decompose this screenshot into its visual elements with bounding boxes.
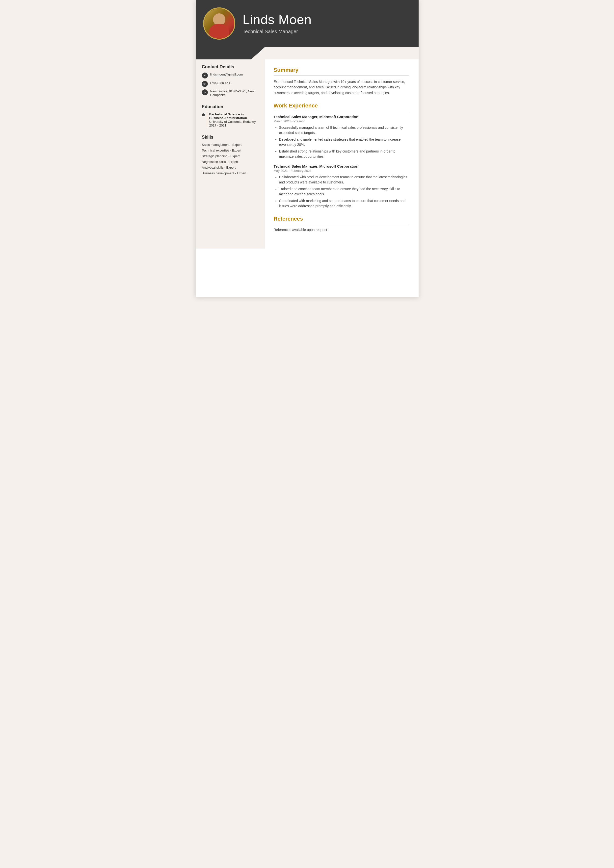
contact-email-item: ✉ lindsmoen@gmail.com bbox=[202, 73, 259, 79]
skill-item-5: Analytical skills - Expert bbox=[202, 166, 259, 169]
avatar-image bbox=[204, 8, 234, 39]
skill-item-1: Sales management - Expert bbox=[202, 143, 259, 147]
resume-container: Linds Moen Technical Sales Manager Conta… bbox=[196, 0, 418, 297]
resume-header: Linds Moen Technical Sales Manager bbox=[196, 0, 418, 47]
header-text: Linds Moen Technical Sales Manager bbox=[243, 12, 312, 34]
candidate-title: Technical Sales Manager bbox=[243, 29, 312, 34]
job-2-bullet-2: Trained and coached team members to ensu… bbox=[279, 186, 409, 197]
job-1: Technical Sales Manager, Microsoft Corpo… bbox=[274, 115, 409, 159]
skill-item-2: Technical expertise - Expert bbox=[202, 149, 259, 152]
skill-item-3: Strategic planning - Expert bbox=[202, 154, 259, 158]
work-experience-section: Work Experience Technical Sales Manager,… bbox=[274, 102, 409, 209]
edu-degree: Bachelor of Science in Business Administ… bbox=[209, 112, 259, 120]
summary-text: Experienced Technical Sales Manager with… bbox=[274, 79, 409, 96]
job-2-bullet-1: Collaborated with product development te… bbox=[279, 175, 409, 185]
job-1-bullet-3: Established strong relationships with ke… bbox=[279, 149, 409, 159]
location-icon: ⊙ bbox=[202, 89, 208, 95]
edu-years: 2017 - 2021 bbox=[209, 124, 259, 127]
address-text: New Linnea, 81365-3525, New Hampshire bbox=[210, 89, 259, 97]
job-2-title: Technical Sales Manager, Microsoft Corpo… bbox=[274, 164, 409, 168]
skills-section: Skills Sales management - Expert Technic… bbox=[202, 135, 259, 175]
job-2-date: May 2021 - February 2023 bbox=[274, 169, 409, 172]
education-section-title: Education bbox=[202, 104, 259, 109]
edu-bullet-icon bbox=[202, 113, 205, 116]
references-title: References bbox=[274, 215, 409, 224]
work-experience-title: Work Experience bbox=[274, 102, 409, 111]
skill-item-4: Negotiation skills - Expert bbox=[202, 160, 259, 164]
job-2-bullets: Collaborated with product development te… bbox=[274, 175, 409, 209]
edu-content: Bachelor of Science in Business Administ… bbox=[207, 112, 259, 127]
edu-school: University of California, Berkeley bbox=[209, 120, 259, 124]
contact-phone-item: ☏ (746) 980 6511 bbox=[202, 81, 259, 87]
job-1-date: March 2023 - Present bbox=[274, 119, 409, 123]
resume-body: Contact Details ✉ lindsmoen@gmail.com ☏ … bbox=[196, 59, 418, 248]
avatar bbox=[203, 8, 235, 40]
skill-item-6: Business development - Expert bbox=[202, 171, 259, 175]
job-1-title: Technical Sales Manager, Microsoft Corpo… bbox=[274, 115, 409, 119]
contact-section: Contact Details ✉ lindsmoen@gmail.com ☏ … bbox=[202, 64, 259, 97]
sidebar: Contact Details ✉ lindsmoen@gmail.com ☏ … bbox=[196, 59, 265, 248]
job-2: Technical Sales Manager, Microsoft Corpo… bbox=[274, 164, 409, 209]
job-1-bullet-2: Developed and implemented sales strategi… bbox=[279, 137, 409, 147]
contact-address-item: ⊙ New Linnea, 81365-3525, New Hampshire bbox=[202, 89, 259, 97]
chevron-shape bbox=[196, 47, 265, 59]
email-link[interactable]: lindsmoen@gmail.com bbox=[210, 73, 243, 76]
education-item: Bachelor of Science in Business Administ… bbox=[202, 112, 259, 127]
skills-section-title: Skills bbox=[202, 135, 259, 140]
job-1-bullet-1: Successfully managed a team of 8 technic… bbox=[279, 125, 409, 135]
references-text: References available upon request bbox=[274, 228, 409, 232]
main-content: Summary Experienced Technical Sales Mana… bbox=[265, 59, 418, 248]
references-section: References References available upon req… bbox=[274, 215, 409, 232]
chevron-divider bbox=[196, 47, 418, 59]
education-section: Education Bachelor of Science in Busines… bbox=[202, 104, 259, 127]
candidate-name: Linds Moen bbox=[243, 12, 312, 27]
phone-icon: ☏ bbox=[202, 81, 208, 87]
job-2-bullet-3: Coordinated with marketing and support t… bbox=[279, 198, 409, 209]
summary-section: Summary Experienced Technical Sales Mana… bbox=[274, 67, 409, 96]
phone-text: (746) 980 6511 bbox=[210, 81, 232, 85]
contact-section-title: Contact Details bbox=[202, 64, 259, 70]
summary-title: Summary bbox=[274, 67, 409, 76]
job-1-bullets: Successfully managed a team of 8 technic… bbox=[274, 125, 409, 159]
email-icon: ✉ bbox=[202, 73, 208, 79]
